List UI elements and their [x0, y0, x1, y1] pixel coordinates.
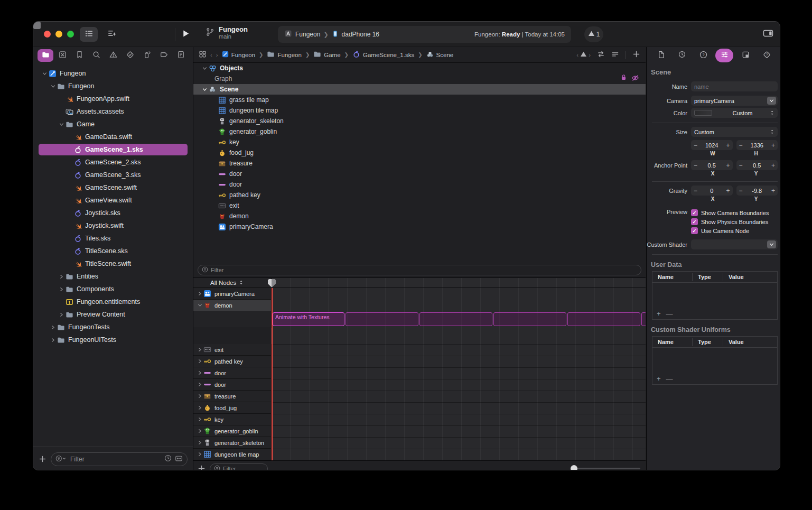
- file-row-titlescene-sks[interactable]: TitleScene.sks: [33, 245, 193, 257]
- file-row-gamescene-2-sks[interactable]: GameScene_2.sks: [33, 156, 193, 169]
- recents-filter-icon[interactable]: [164, 455, 172, 463]
- file-row-fungeon-entitlements[interactable]: Fungeon.entitlements: [33, 295, 193, 308]
- camera-popup[interactable]: primaryCamera: [691, 96, 778, 106]
- inspector-tab-file[interactable]: [652, 49, 670, 62]
- file-row-fungeontests[interactable]: FungeonTests: [33, 321, 193, 333]
- decrement-button[interactable]: −: [691, 142, 700, 149]
- source-control-filter-icon[interactable]: [175, 455, 183, 464]
- objects-header-row[interactable]: Objects: [193, 63, 646, 73]
- remove-row-button[interactable]: —: [666, 375, 673, 383]
- file-row-fungeonuitests[interactable]: FungeonUITests: [33, 333, 193, 346]
- adjust-editor-icon[interactable]: [611, 50, 619, 59]
- anchor-x-stepper[interactable]: −0.5+: [691, 160, 733, 170]
- swap-editors-icon[interactable]: [597, 50, 605, 59]
- run-destination[interactable]: dadPhone 16: [342, 31, 379, 38]
- close-window-button[interactable]: [44, 31, 51, 38]
- issue-navigation[interactable]: ‹›: [576, 51, 591, 59]
- object-row-door[interactable]: door: [193, 169, 646, 179]
- timeline-node-food-jug[interactable]: food_jug: [193, 402, 272, 414]
- file-row-entities[interactable]: Entities: [33, 270, 193, 283]
- hidden-eye-icon[interactable]: [631, 74, 639, 84]
- chevron-closed-icon[interactable]: [197, 382, 203, 387]
- inspector-toggle-button[interactable]: [760, 26, 777, 42]
- chevron-open-icon[interactable]: [197, 303, 203, 308]
- breadcrumb-item-fungeon[interactable]: Fungeon: [267, 50, 301, 59]
- scheme-selector[interactable]: Fungeon ❯ dadPhone 16 Fungeon: Ready | T…: [278, 26, 571, 43]
- timeline-node-generator-goblin[interactable]: generator_goblin: [193, 425, 272, 437]
- anchor-y-stepper[interactable]: −0.5+: [736, 160, 778, 170]
- action-block-repeat-partial[interactable]: [641, 312, 646, 326]
- file-row-joystick-sks[interactable]: Joystick.sks: [33, 207, 193, 219]
- decrement-button[interactable]: −: [691, 187, 700, 194]
- chevron-open-icon[interactable]: [49, 84, 57, 89]
- checkbox-checked[interactable]: ✓: [691, 227, 698, 234]
- color-select[interactable]: Custom: [691, 108, 778, 118]
- increment-button[interactable]: +: [769, 142, 778, 149]
- chevron-closed-icon[interactable]: [197, 370, 203, 375]
- file-row-game[interactable]: Game: [33, 118, 193, 131]
- timeline-node-dungeon-tile-map[interactable]: dungeon tile map: [193, 449, 272, 460]
- navigator-tab-breakpoints[interactable]: [156, 49, 172, 62]
- object-row-generator-skeleton[interactable]: generator_skeleton: [193, 116, 646, 126]
- chevron-open-icon[interactable]: [41, 71, 48, 76]
- object-row-exit[interactable]: exit: [193, 200, 646, 211]
- inspector-tab-help[interactable]: ?: [694, 49, 712, 62]
- chevron-closed-icon[interactable]: [49, 338, 57, 342]
- inspector-tab-size[interactable]: [736, 49, 754, 62]
- navigator-tab-reports[interactable]: [173, 49, 189, 62]
- navigator-tab-debug[interactable]: [139, 49, 155, 62]
- object-row-generator-goblin[interactable]: generator_goblin: [193, 126, 646, 137]
- width-stepper[interactable]: −1024+: [691, 140, 733, 150]
- chevron-closed-icon[interactable]: [197, 429, 203, 433]
- minimize-window-button[interactable]: [55, 31, 62, 38]
- file-row-gamescene-3-sks[interactable]: GameScene_3.sks: [33, 169, 193, 181]
- remove-row-button[interactable]: —: [666, 310, 673, 318]
- height-stepper[interactable]: −1336+: [736, 140, 778, 150]
- object-row-primarycamera[interactable]: primaryCamera: [193, 221, 646, 232]
- object-row-food-jug[interactable]: food_jug: [193, 147, 646, 158]
- navigator-toggle-button[interactable]: [80, 27, 98, 42]
- chevron-closed-icon[interactable]: [197, 347, 203, 352]
- file-row-fungeon[interactable]: Fungeon: [33, 80, 193, 92]
- inspector-tab-attributes[interactable]: [715, 49, 733, 62]
- slider-track[interactable]: [571, 468, 640, 469]
- object-row-pathed-key[interactable]: pathed key: [193, 190, 646, 200]
- file-row-fungeon[interactable]: Fungeon: [33, 67, 193, 80]
- file-row-gameview-swift[interactable]: GameView.swift: [33, 194, 193, 207]
- chevron-open-icon[interactable]: [58, 122, 65, 127]
- file-row-preview-content[interactable]: Preview Content: [33, 308, 193, 321]
- back-button[interactable]: ‹: [210, 52, 212, 58]
- decrement-button[interactable]: −: [691, 162, 700, 169]
- decrement-button[interactable]: −: [736, 187, 745, 194]
- increment-button[interactable]: +: [724, 162, 733, 169]
- navigator-tab-project[interactable]: [38, 49, 53, 62]
- file-row-assets-xcassets[interactable]: Assets.xcassets: [33, 105, 193, 118]
- decrement-button[interactable]: −: [736, 162, 745, 169]
- file-row-fungeonapp-swift[interactable]: FungeonApp.swift: [33, 92, 193, 105]
- timeline-node-key[interactable]: key: [193, 414, 272, 425]
- object-row-demon[interactable]: demon: [193, 211, 646, 221]
- file-row-gamedata-swift[interactable]: GameData.swift: [33, 131, 193, 143]
- timeline-ruler[interactable]: [272, 278, 646, 288]
- chevron-closed-icon[interactable]: [197, 291, 203, 296]
- related-items-icon[interactable]: [199, 50, 207, 59]
- breadcrumb-item-scene[interactable]: Scene: [426, 51, 454, 59]
- timeline-node-exit[interactable]: exit: [193, 344, 272, 356]
- inspector-tab-history[interactable]: [673, 49, 691, 62]
- gravity-x-stepper[interactable]: −0+: [691, 186, 733, 196]
- chevron-down-icon[interactable]: [201, 87, 208, 92]
- add-action-button[interactable]: [198, 465, 206, 470]
- nodes-filter-dropdown[interactable]: All Nodes: [193, 278, 272, 288]
- zoom-window-button[interactable]: [67, 31, 74, 38]
- timeline-node-pathed-key[interactable]: pathed key: [193, 356, 272, 367]
- file-row-titlescene-swift[interactable]: TitleScene.swift: [33, 257, 193, 270]
- object-row-treasure[interactable]: treasure: [193, 158, 646, 169]
- increment-button[interactable]: +: [724, 142, 733, 149]
- action-block-repeat[interactable]: [567, 312, 640, 326]
- timeline-node-treasure[interactable]: treasure: [193, 391, 272, 402]
- chevron-closed-icon[interactable]: [197, 394, 203, 398]
- breadcrumb-item-game[interactable]: Game: [313, 50, 340, 59]
- checkbox-checked[interactable]: ✓: [691, 218, 698, 225]
- graph-row[interactable]: Graph: [193, 73, 646, 84]
- lock-icon[interactable]: [620, 74, 627, 84]
